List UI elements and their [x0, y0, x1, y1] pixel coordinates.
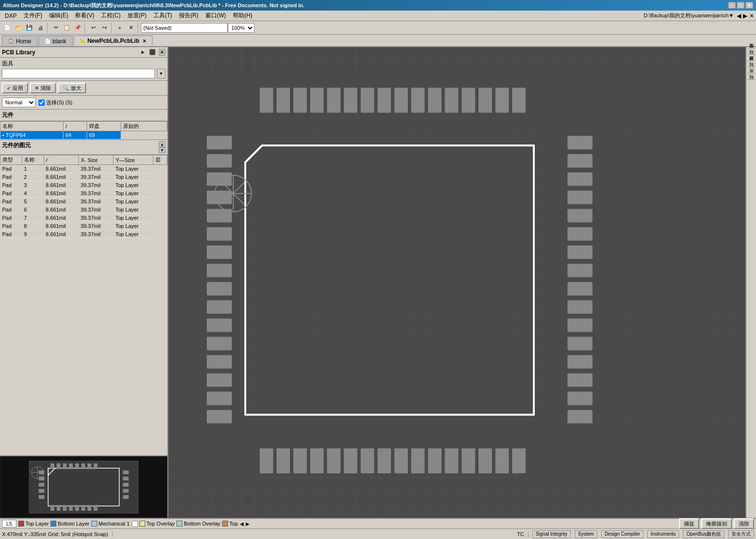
tb-print[interactable]: 🖨	[35, 23, 46, 33]
miangu-dropdown[interactable]: ▼	[157, 69, 165, 78]
tb-paste[interactable]: 📌	[73, 23, 83, 33]
tab-home[interactable]: 🏠 Home	[2, 36, 38, 46]
or-label-6[interactable]: 颐	[747, 79, 755, 86]
clear-layer-button[interactable]: 清除	[734, 518, 754, 529]
cell-type: Pad	[0, 165, 22, 173]
table-row[interactable]: Pad 1 8.661mil 39.37mil Top Layer	[0, 165, 167, 173]
svg-rect-39	[327, 88, 340, 113]
svg-rect-9	[81, 464, 85, 469]
menu-file[interactable]: 文件(F)	[21, 11, 45, 21]
capture-button[interactable]: 捕捉	[679, 518, 699, 529]
safety-button[interactable]: 安全方式	[728, 530, 754, 538]
tb-redo[interactable]: ↪	[99, 23, 110, 33]
menu-edit[interactable]: 编辑(E)	[46, 11, 71, 21]
tab-close-icon[interactable]: ✕	[142, 38, 146, 44]
menu-report[interactable]: 报告(R)	[176, 11, 202, 21]
or-label-2[interactable]: 颐	[747, 54, 755, 61]
top-layer-item[interactable]: Top Layer	[18, 521, 49, 526]
system-button[interactable]: System	[575, 530, 597, 538]
tb-cross[interactable]: ✕	[126, 23, 136, 33]
table-row[interactable]: Pad 2 8.661mil 39.37mil Top Layer	[0, 173, 167, 181]
menu-help[interactable]: 帮助(H)	[230, 11, 255, 21]
tb-cut[interactable]: ✂	[50, 23, 61, 33]
mechanical-layer-item[interactable]: Mechanical 1	[91, 521, 130, 526]
clear-button[interactable]: ✕ 清除	[30, 83, 56, 93]
top-overlay-label: Top Overlay	[147, 521, 175, 526]
instruments-button[interactable]: Instruments	[647, 530, 679, 538]
tab-newpcblib[interactable]: 📐 NewPcbLib.PcbLib ✕	[74, 36, 152, 46]
top-overlay-checkbox[interactable]	[132, 521, 138, 527]
bottom-layer-item[interactable]: Bottom Layer	[50, 521, 89, 526]
panel-pin-button[interactable]: ▸	[139, 49, 146, 55]
or-label-5[interactable]: 推	[747, 73, 755, 79]
tb-open[interactable]: 📂	[13, 23, 24, 33]
normal-select[interactable]: Normal Masked	[2, 98, 36, 107]
scroll-down-button[interactable]: ▼	[159, 147, 165, 153]
minimize-button[interactable]: −	[728, 2, 736, 9]
design-compiler-button[interactable]: Design Compiler	[601, 530, 643, 538]
nav-back-icon[interactable]: ◀	[737, 13, 741, 19]
tuyuan-table-container[interactable]: 类型 名称 / X- Size Y—Size 层 Pad 1 8.661mil …	[0, 155, 167, 455]
table-row[interactable]: Pad 3 8.661mil 39.37mil Top Layer	[0, 181, 167, 189]
signal-integrity-button[interactable]: Signal Integrity	[532, 530, 571, 538]
scroll-up-button[interactable]: ▲	[159, 141, 165, 147]
tb-save[interactable]: 💾	[24, 23, 35, 33]
mask-level-button[interactable]: 掩膜级别	[701, 518, 732, 529]
menu-window[interactable]: 窗口(W)	[202, 11, 229, 21]
nav-close-icon[interactable]: ✕	[749, 13, 754, 19]
svg-rect-42	[378, 88, 391, 113]
not-saved-input[interactable]	[141, 23, 227, 33]
layer-nav-left[interactable]: ◀	[240, 521, 244, 526]
bottom-overlay-item[interactable]: Bottom Overlay	[176, 521, 220, 526]
top-overlay-item[interactable]: Top Overlay	[132, 521, 175, 527]
layer-nav-right[interactable]: ▶	[246, 521, 250, 526]
select-checkbox[interactable]	[38, 100, 45, 106]
or-label-1[interactable]: 简报	[747, 48, 755, 54]
cell-type: Pad	[0, 206, 22, 214]
cell-layer: Top Layer	[113, 181, 153, 189]
openbus-button[interactable]: OpenBus颜色组	[683, 530, 724, 538]
menu-tools[interactable]: 工具(T)	[151, 11, 175, 21]
nav-forward-icon[interactable]: ▶	[743, 13, 747, 19]
table-row[interactable]: Pad 6 8.661mil 39.37mil Top Layer	[0, 206, 167, 214]
cell-xsize: 8.661mil	[44, 165, 78, 173]
tb-copy[interactable]: 📋	[62, 23, 72, 33]
tb-undo[interactable]: ↩	[88, 23, 99, 33]
miangu-input[interactable]	[2, 69, 155, 78]
table-row[interactable]: ▪ TQFP64 64 69	[0, 131, 167, 139]
svg-rect-18	[88, 505, 91, 511]
tab-blank[interactable]: 📄 blank	[38, 36, 73, 46]
close-button[interactable]: ✕	[745, 2, 753, 9]
zoom-button[interactable]: 🔍 放大	[58, 83, 86, 93]
toolbar: 📄 📂 💾 🖨 ✂ 📋 📌 ↩ ↪ + ✕ 100% 50% 200%	[0, 21, 756, 35]
th-xsize: X- Size	[79, 155, 113, 165]
menu-dxp[interactable]: DXP	[2, 12, 20, 20]
cell-xsize: 8.661mil	[44, 189, 78, 198]
or-label-4[interactable]: 颐	[747, 67, 755, 73]
svg-rect-14	[63, 505, 67, 511]
table-row[interactable]: Pad 7 8.661mil 39.37mil Top Layer	[0, 214, 167, 222]
menu-place[interactable]: 放置(P)	[125, 11, 150, 21]
svg-rect-76	[207, 301, 232, 314]
pcb-area[interactable]	[168, 47, 745, 518]
tb-new[interactable]: 📄	[2, 23, 13, 33]
panel-close-button[interactable]: ✕	[159, 49, 165, 56]
clear-layer-label: 清除	[739, 520, 749, 527]
th-sort[interactable]: /	[44, 155, 78, 165]
table-row[interactable]: Pad 4 8.661mil 39.37mil Top Layer	[0, 189, 167, 198]
col-sort[interactable]: /	[63, 122, 87, 131]
table-row[interactable]: Pad 5 8.661mil 39.37mil Top Layer	[0, 198, 167, 206]
apply-button[interactable]: ✓ 应用	[2, 83, 28, 93]
menu-project[interactable]: 工程(C)	[98, 11, 124, 21]
table-row[interactable]: Pad 8 8.661mil 39.37mil Top Layer	[0, 222, 167, 230]
menu-view[interactable]: 察看(V)	[72, 11, 97, 21]
top-extra-item[interactable]: Top	[222, 521, 238, 526]
svg-rect-68	[207, 154, 232, 168]
zoom-select[interactable]: 100% 50% 200%	[228, 23, 254, 33]
or-label-3[interactable]: 调整	[747, 61, 755, 67]
tb-plus[interactable]: +	[114, 23, 125, 33]
panel-menu-button[interactable]: ⬛	[147, 49, 158, 55]
cell-name: 7	[22, 214, 44, 222]
table-row[interactable]: Pad 9 8.661mil 39.37mil Top Layer	[0, 230, 167, 238]
maximize-button[interactable]: □	[737, 2, 744, 9]
